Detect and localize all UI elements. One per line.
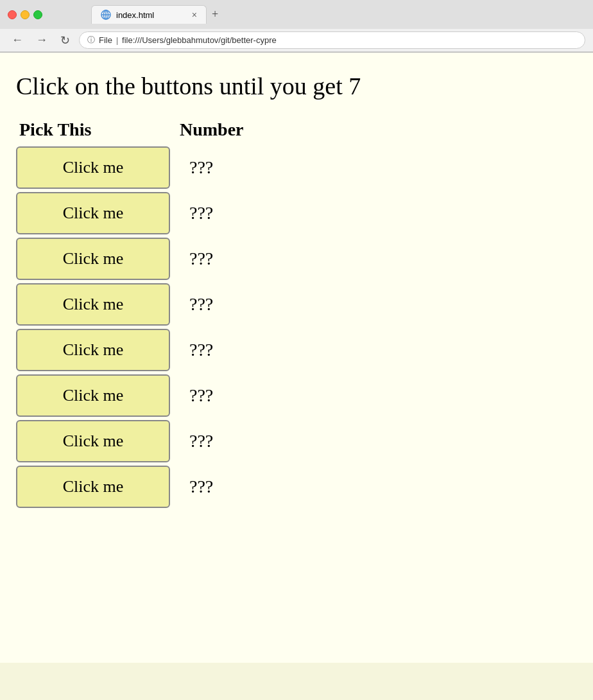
table-row: Click me??? [16, 192, 577, 234]
file-label: File [99, 35, 112, 45]
tab-close-button[interactable]: × [192, 10, 197, 20]
click-me-button[interactable]: Click me [16, 466, 170, 508]
table-row: Click me??? [16, 466, 577, 508]
forward-button[interactable]: → [32, 32, 51, 48]
table-header: Pick This Number [16, 119, 577, 140]
number-display: ??? [176, 203, 577, 223]
number-display: ??? [176, 249, 577, 269]
page-title: Click on the buttons until you get 7 [16, 72, 577, 100]
col2-header: Number [180, 119, 577, 140]
minimize-traffic-light[interactable] [21, 10, 30, 19]
title-bar: index.html × + [0, 0, 593, 29]
click-me-button[interactable]: Click me [16, 146, 170, 189]
click-me-button[interactable]: Click me [16, 374, 170, 417]
new-tab-button[interactable]: + [212, 8, 218, 21]
click-me-button[interactable]: Click me [16, 283, 170, 326]
tab-bar: index.html × + [53, 5, 257, 24]
number-display: ??? [176, 477, 577, 497]
info-icon: ⓘ [87, 35, 95, 46]
button-rows: Click me???Click me???Click me???Click m… [16, 146, 577, 508]
number-display: ??? [176, 294, 577, 315]
click-me-button[interactable]: Click me [16, 420, 170, 462]
tab-title: index.html [116, 10, 154, 20]
table-row: Click me??? [16, 420, 577, 462]
traffic-lights [8, 10, 42, 19]
table-row: Click me??? [16, 374, 577, 417]
nav-bar: ← → ↻ ⓘ File | file:///Users/glebbahmuto… [0, 29, 593, 52]
table-row: Click me??? [16, 283, 577, 326]
number-display: ??? [176, 385, 577, 406]
col1-header: Pick This [19, 119, 180, 140]
click-me-button[interactable]: Click me [16, 192, 170, 234]
close-traffic-light[interactable] [8, 10, 17, 19]
number-display: ??? [176, 431, 577, 451]
reload-button[interactable]: ↻ [56, 32, 74, 49]
address-url: file:///Users/glebbahmutov/git/better-cy… [122, 35, 277, 45]
table-row: Click me??? [16, 329, 577, 371]
table-row: Click me??? [16, 238, 577, 280]
back-button[interactable]: ← [8, 32, 27, 48]
globe-icon [101, 10, 111, 20]
separator: | [116, 36, 118, 45]
maximize-traffic-light[interactable] [33, 10, 42, 19]
number-display: ??? [176, 157, 577, 178]
browser-chrome: index.html × + ← → ↻ ⓘ File | file:///Us… [0, 0, 593, 53]
browser-tab[interactable]: index.html × [91, 5, 207, 24]
number-display: ??? [176, 340, 577, 360]
click-me-button[interactable]: Click me [16, 329, 170, 371]
click-me-button[interactable]: Click me [16, 238, 170, 280]
address-bar[interactable]: ⓘ File | file:///Users/glebbahmutov/git/… [79, 31, 585, 49]
table-row: Click me??? [16, 146, 577, 189]
page-content: Click on the buttons until you get 7 Pic… [0, 53, 593, 663]
